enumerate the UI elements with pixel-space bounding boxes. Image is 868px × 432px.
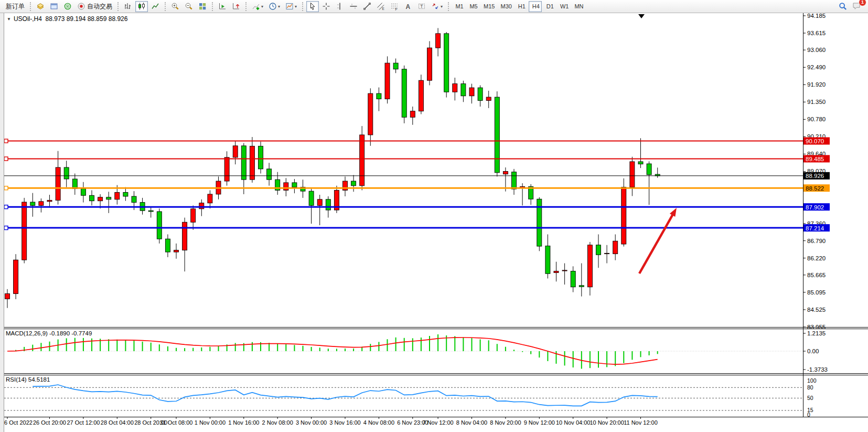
candle-body — [419, 80, 423, 111]
cursor-button[interactable] — [306, 1, 319, 12]
price-tick-label: 93.060 — [807, 47, 826, 53]
candlestick-icon — [137, 2, 146, 10]
line-chart-button[interactable] — [149, 1, 162, 12]
chart-shift-button[interactable] — [230, 1, 242, 12]
candle-body — [81, 189, 85, 196]
candle-body — [393, 63, 398, 69]
timeframe-mn[interactable]: MN — [571, 1, 585, 12]
candle-body — [22, 202, 27, 260]
candle-body — [503, 171, 508, 174]
time-axis-label: 3 Nov 00:00 — [296, 419, 327, 426]
tile-windows-button[interactable] — [196, 1, 209, 12]
candle-body — [250, 146, 254, 180]
periods-button[interactable]: ▾ — [266, 1, 282, 12]
price-tag-label: 87.214 — [806, 225, 824, 231]
zoom-out-button[interactable] — [183, 1, 195, 12]
time-axis-label: 31 Oct 08:00 — [160, 419, 193, 426]
toolbar-separator — [448, 2, 449, 11]
equidistant-channel-button[interactable]: E — [374, 1, 387, 12]
chart-background — [0, 13, 868, 432]
cursor-icon — [308, 2, 317, 10]
toolbar-separator — [245, 2, 247, 11]
price-tick-label: 85.095 — [807, 289, 826, 296]
price-tick-label: 83.955 — [807, 324, 826, 330]
channel-icon: E — [377, 2, 385, 10]
candle-body — [157, 212, 162, 239]
candle-body — [241, 146, 246, 180]
candle-body — [495, 97, 499, 173]
indicators-icon — [252, 2, 260, 10]
candle-body — [360, 135, 365, 186]
line-handle[interactable] — [4, 157, 8, 161]
window-left-edge — [0, 13, 4, 432]
candle-body — [30, 202, 35, 205]
toolbar-separator — [165, 2, 166, 11]
indicators-button[interactable]: ▾ — [250, 1, 265, 12]
candle-body — [309, 191, 314, 205]
candle-body — [554, 271, 559, 273]
line-handle[interactable] — [4, 139, 8, 143]
timeframe-m5[interactable]: M5 — [466, 1, 479, 12]
candle-body — [545, 246, 550, 274]
new-order-button[interactable]: 新订单 — [2, 1, 27, 12]
candlestick-chart-button[interactable] — [135, 1, 148, 12]
candle-body — [402, 69, 406, 118]
time-axis-label: 10 Nov 04:00 — [556, 419, 590, 426]
bar-chart-button[interactable] — [122, 1, 134, 12]
time-axis-label: 8 Nov 04:00 — [456, 419, 487, 426]
timeframe-w1[interactable]: W1 — [557, 1, 571, 12]
zoom-out-icon — [185, 2, 193, 10]
timeframe-m30[interactable]: M30 — [497, 1, 513, 12]
trendline-button[interactable] — [361, 1, 373, 12]
candle-body — [326, 199, 330, 210]
signals-button[interactable] — [61, 1, 74, 12]
toolbar: 新订单自动交易▾▾▾EFAT▾M1M5M15M30H1H4D1W1MN1 — [0, 0, 868, 13]
templates-button[interactable]: ▾ — [283, 1, 299, 12]
chart-ohlc-values: 88.973 89.194 88.859 88.926 — [46, 15, 128, 23]
candle-body — [64, 167, 69, 179]
candle-body — [233, 146, 238, 157]
text-label-button[interactable]: T — [415, 1, 428, 12]
timeframe-m15[interactable]: M15 — [480, 1, 496, 12]
auto-trading-button[interactable]: 自动交易 — [75, 1, 114, 12]
time-axis-label: 11 Nov 12:00 — [624, 419, 658, 426]
auto-scroll-button[interactable] — [216, 1, 229, 12]
timeframe-d1[interactable]: D1 — [543, 1, 556, 12]
chart-shift-icon — [232, 2, 240, 10]
time-axis-label: 7 Nov 12:00 — [422, 419, 453, 426]
line-handle[interactable] — [4, 186, 8, 190]
time-axis-label: 26 Oct 2022 — [1, 419, 33, 426]
candle-body — [368, 93, 373, 135]
arrows-button[interactable]: ▾ — [429, 1, 445, 12]
search-button[interactable] — [837, 1, 849, 12]
candle-body — [343, 181, 348, 190]
candle-body — [427, 48, 432, 80]
candle-body — [224, 157, 229, 181]
time-axis-label: 10 Nov 20:00 — [590, 419, 624, 426]
timeframe-h1[interactable]: H1 — [515, 1, 528, 12]
profiles-button[interactable] — [48, 1, 60, 12]
time-axis-label: 4 Nov 08:00 — [363, 419, 394, 426]
zoom-in-button[interactable] — [169, 1, 181, 12]
rsi-axis-label: 0 — [807, 412, 810, 418]
horizontal-line-button[interactable] — [347, 1, 360, 12]
text-button[interactable]: A — [402, 1, 414, 12]
chart-collapse-icon[interactable]: ▼ — [7, 17, 11, 22]
crosshair-icon — [322, 2, 330, 10]
tile-icon — [198, 2, 207, 10]
crosshair-button[interactable] — [320, 1, 333, 12]
vertical-line-button[interactable] — [334, 1, 346, 12]
fibonacci-button[interactable]: F — [388, 1, 401, 12]
price-tag-label: 89.485 — [806, 156, 824, 162]
chart-canvas[interactable]: 94.18593.61593.06092.49091.92091.35090.7… — [0, 0, 868, 432]
price-tag-label: 90.070 — [806, 138, 824, 144]
candle-body — [106, 197, 111, 199]
timeframe-m1[interactable]: M1 — [452, 1, 465, 12]
price-tick-label: 86.790 — [807, 238, 826, 244]
timeframe-h4[interactable]: H4 — [529, 1, 542, 12]
templates-icon — [285, 2, 294, 10]
new-chart-button[interactable] — [34, 1, 47, 12]
line-handle[interactable] — [4, 205, 8, 209]
line-handle[interactable] — [4, 226, 8, 230]
candle-body — [436, 34, 441, 48]
